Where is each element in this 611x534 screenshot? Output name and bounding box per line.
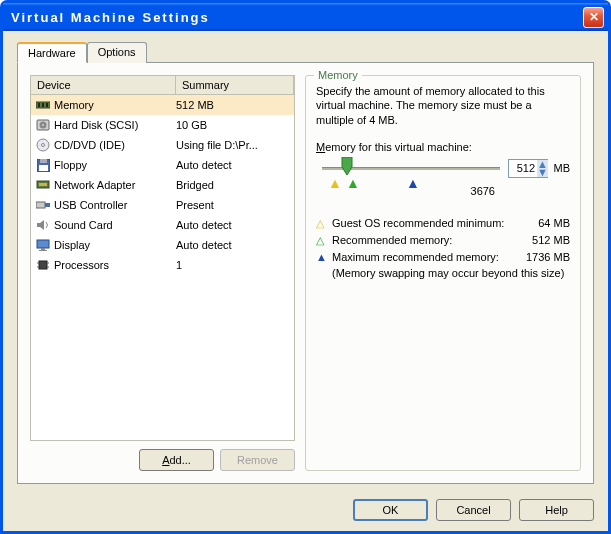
device-row-usb[interactable]: USB Controller Present — [31, 195, 294, 215]
tab-panel-hardware: Device Summary Memory 512 MB Hard Disk (… — [17, 62, 594, 484]
triangle-green-icon: △ — [316, 234, 326, 247]
network-icon — [35, 177, 51, 193]
triangle-yellow-icon: △ — [316, 217, 326, 230]
memory-spinner[interactable]: ▲▼ — [508, 159, 548, 178]
svg-rect-14 — [36, 202, 45, 208]
cd-icon — [35, 137, 51, 153]
svg-rect-1 — [38, 103, 40, 107]
ok-button[interactable]: OK — [353, 499, 428, 521]
device-row-display[interactable]: Display Auto detect — [31, 235, 294, 255]
settings-window: Virtual Machine Settings ✕ Hardware Opti… — [0, 0, 611, 534]
remove-button: Remove — [220, 449, 295, 471]
svg-rect-20 — [39, 261, 47, 269]
titlebar[interactable]: Virtual Machine Settings ✕ — [3, 3, 608, 31]
col-summary[interactable]: Summary — [176, 76, 294, 94]
rec-min: △Guest OS recommended minimum:64 MB — [316, 217, 570, 230]
device-table: Device Summary Memory 512 MB Hard Disk (… — [30, 75, 295, 441]
tab-bar: Hardware Options — [17, 42, 594, 63]
sound-icon — [35, 217, 51, 233]
cancel-button[interactable]: Cancel — [436, 499, 511, 521]
table-header: Device Summary — [31, 76, 294, 95]
marker-min-icon: ▲ — [328, 175, 342, 191]
svg-rect-15 — [45, 203, 50, 207]
svg-marker-16 — [37, 220, 44, 230]
svg-point-6 — [42, 124, 44, 126]
dialog-buttons: OK Cancel Help — [353, 499, 594, 521]
svg-point-8 — [42, 144, 45, 147]
usb-icon — [35, 197, 51, 213]
memory-group-title: Memory — [314, 69, 362, 81]
svg-rect-3 — [46, 103, 48, 107]
memory-panel: Memory Specify the amount of memory allo… — [305, 75, 581, 471]
memory-input[interactable] — [509, 160, 537, 177]
help-button[interactable]: Help — [519, 499, 594, 521]
rec-recommended: △Recommended memory:512 MB — [316, 234, 570, 247]
spin-down[interactable]: ▼ — [537, 168, 548, 177]
svg-rect-18 — [41, 248, 45, 250]
svg-marker-25 — [342, 157, 352, 175]
rec-max: ▲Maximum recommended memory:1736 MB — [316, 251, 570, 263]
tab-options[interactable]: Options — [87, 42, 147, 63]
device-row-cddvd[interactable]: CD/DVD (IDE) Using file D:\Pr... — [31, 135, 294, 155]
svg-rect-17 — [37, 240, 49, 248]
svg-rect-13 — [39, 183, 47, 186]
memory-max-label: 3676 — [471, 185, 495, 197]
marker-max-icon: ▲ — [406, 175, 420, 191]
hard-disk-icon — [35, 117, 51, 133]
memory-note: (Memory swapping may occur beyond this s… — [332, 267, 570, 279]
memory-description: Specify the amount of memory allocated t… — [316, 84, 570, 127]
device-row-floppy[interactable]: Floppy Auto detect — [31, 155, 294, 175]
memory-slider-label: Memory for this virtual machine: — [316, 141, 570, 153]
svg-rect-2 — [42, 103, 44, 107]
svg-rect-11 — [39, 165, 48, 171]
floppy-icon — [35, 157, 51, 173]
tab-hardware[interactable]: Hardware — [17, 42, 87, 63]
device-row-memory[interactable]: Memory 512 MB — [31, 95, 294, 115]
marker-rec-icon: ▲ — [346, 175, 360, 191]
close-button[interactable]: ✕ — [583, 7, 604, 28]
memory-icon — [35, 97, 51, 113]
memory-slider[interactable]: ▲ ▲ ▲ ▲▼ MB 3676 — [316, 157, 570, 207]
svg-rect-10 — [40, 159, 47, 163]
device-row-processors[interactable]: Processors 1 — [31, 255, 294, 275]
add-button[interactable]: Add... — [139, 449, 214, 471]
svg-rect-19 — [39, 250, 47, 251]
col-device[interactable]: Device — [31, 76, 176, 94]
device-row-hdd[interactable]: Hard Disk (SCSI) 10 GB — [31, 115, 294, 135]
display-icon — [35, 237, 51, 253]
device-row-network[interactable]: Network Adapter Bridged — [31, 175, 294, 195]
memory-unit: MB — [554, 162, 571, 174]
device-row-sound[interactable]: Sound Card Auto detect — [31, 215, 294, 235]
slider-thumb[interactable] — [340, 157, 354, 175]
cpu-icon — [35, 257, 51, 273]
triangle-blue-icon: ▲ — [316, 251, 326, 263]
window-title: Virtual Machine Settings — [11, 10, 583, 25]
